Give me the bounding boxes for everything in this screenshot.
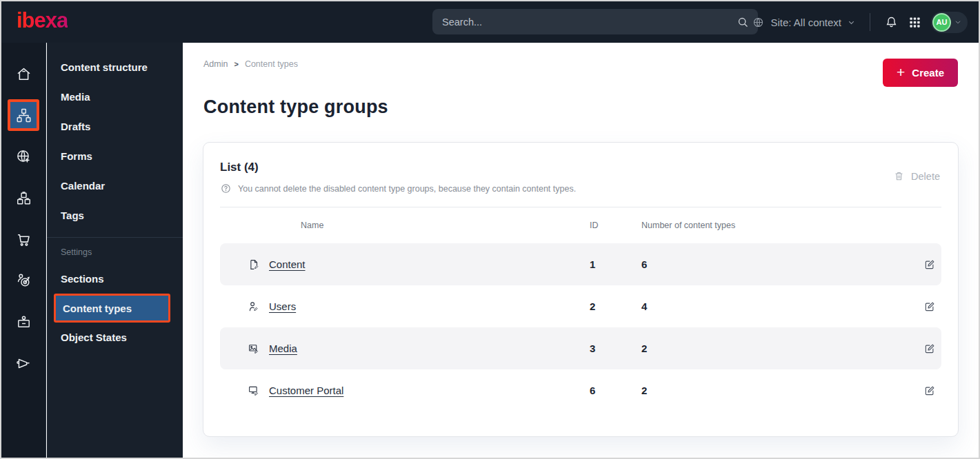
question-circle-icon (220, 183, 232, 194)
create-button-label: Create (912, 67, 944, 79)
media-image-icon (248, 343, 260, 355)
rail-item-products[interactable] (8, 182, 39, 214)
main-content: Admin > Content types + Create Content t… (183, 43, 979, 458)
group-id: 2 (590, 300, 641, 312)
content-structure-icon (15, 107, 32, 124)
table-body: Content 1 6 (220, 243, 941, 411)
sidebar-item-content-structure[interactable]: Content structure (47, 52, 183, 82)
list-title: List (4) (220, 161, 941, 174)
group-count: 2 (641, 385, 911, 396)
personalization-target-icon (15, 272, 32, 289)
list-info-text: You cannot delete the disabled content t… (238, 184, 576, 194)
rail-item-commerce[interactable] (8, 223, 39, 255)
app-window: ibexa Site: All context (0, 0, 980, 459)
search-icon[interactable] (736, 15, 750, 29)
table-header: Name ID Number of content types (220, 207, 941, 243)
rail-item-content-structure[interactable] (8, 99, 39, 131)
top-bar: ibexa Site: All context (1, 1, 979, 43)
table-row-content: Content 1 6 (220, 243, 941, 285)
content-file-icon (248, 258, 260, 271)
group-count: 2 (641, 343, 911, 354)
rail-item-personalization[interactable] (8, 265, 39, 296)
globe-icon (752, 16, 765, 29)
search-input[interactable] (442, 17, 736, 28)
content-type-groups-card: List (4) You cannot delete the disabled … (203, 142, 959, 437)
rail-item-admin[interactable] (8, 306, 39, 338)
avatar: AU (932, 13, 951, 32)
delete-button[interactable]: Delete (893, 170, 940, 182)
chevron-down-icon (954, 18, 962, 26)
group-link-users[interactable]: Users (269, 300, 296, 312)
group-id: 1 (590, 258, 641, 270)
site-context-label: Site: All context (770, 17, 841, 28)
edit-icon[interactable] (923, 343, 936, 355)
cart-icon (15, 231, 32, 248)
list-info: You cannot delete the disabled content t… (220, 183, 941, 194)
sidebar-item-media[interactable]: Media (47, 82, 183, 112)
sidebar-item-object-states[interactable]: Object States (47, 323, 183, 352)
rail-item-promotions[interactable] (8, 347, 39, 379)
plus-icon: + (897, 65, 905, 79)
table-row-users: Users 2 4 (220, 285, 941, 327)
table-row-customer-portal: Customer Portal 6 2 (220, 369, 941, 411)
sidebar: Content structure Media Drafts Forms Cal… (47, 43, 183, 458)
group-count: 6 (641, 258, 911, 270)
rail-item-dashboard[interactable] (8, 58, 39, 90)
site-globe-icon (15, 148, 32, 165)
sidebar-section-settings: Settings (47, 243, 183, 264)
products-boxes-icon (15, 190, 32, 207)
breadcrumb-separator: > (234, 60, 238, 68)
admin-badge-icon (15, 314, 32, 331)
column-count: Number of content types (641, 221, 911, 230)
group-link-content[interactable]: Content (269, 258, 306, 270)
sidebar-item-content-types[interactable]: Content types (54, 294, 170, 323)
edit-icon[interactable] (923, 385, 936, 397)
topbar-divider (870, 13, 870, 31)
sidebar-item-tags[interactable]: Tags (47, 201, 183, 230)
column-name: Name (248, 221, 590, 230)
global-search[interactable] (432, 9, 758, 34)
page-title: Content type groups (203, 96, 388, 118)
rail-item-site[interactable] (8, 141, 39, 172)
sidebar-item-calendar[interactable]: Calendar (47, 171, 183, 201)
group-link-customer-portal[interactable]: Customer Portal (269, 385, 343, 396)
edit-icon[interactable] (923, 300, 936, 313)
breadcrumb-content-types: Content types (245, 59, 298, 69)
chevron-down-icon (847, 18, 856, 27)
home-icon (15, 65, 32, 83)
sidebar-item-sections[interactable]: Sections (47, 264, 183, 294)
breadcrumb-admin[interactable]: Admin (203, 59, 228, 69)
table-row-media: Media 3 2 (220, 327, 941, 369)
trash-icon (893, 170, 905, 182)
user-menu[interactable]: AU (931, 12, 968, 33)
portal-monitor-icon (248, 385, 260, 397)
megaphone-icon (15, 355, 32, 372)
group-id: 3 (590, 343, 641, 354)
notifications-bell-icon[interactable] (884, 15, 899, 30)
edit-icon[interactable] (923, 258, 936, 271)
create-button[interactable]: + Create (883, 59, 958, 87)
column-id: ID (590, 221, 641, 230)
icon-rail (1, 43, 46, 458)
sidebar-item-drafts[interactable]: Drafts (47, 112, 183, 141)
group-id: 6 (590, 385, 641, 396)
app-grid-icon[interactable] (908, 16, 921, 29)
site-context-selector[interactable]: Site: All context (752, 16, 856, 29)
sidebar-item-forms[interactable]: Forms (47, 141, 183, 171)
ibexa-logo[interactable]: ibexa (17, 8, 68, 33)
group-link-media[interactable]: Media (269, 343, 297, 354)
users-person-icon (248, 300, 260, 313)
delete-button-label: Delete (911, 171, 940, 182)
group-count: 4 (641, 300, 911, 312)
sidebar-divider (47, 237, 183, 238)
breadcrumb: Admin > Content types (203, 59, 298, 69)
